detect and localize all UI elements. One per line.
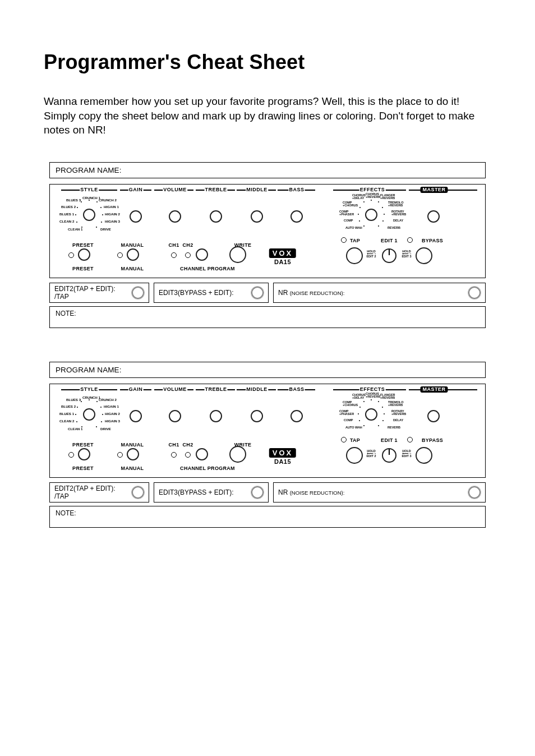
vox-logo: VOX DA15 [269,248,296,266]
nr-knob[interactable] [468,486,481,499]
nr-box[interactable]: NR (NOISE REDUCTION): [273,283,486,303]
gain-knob[interactable] [130,410,142,422]
style-blues1: BLUES 1 [59,213,74,216]
effects-knob[interactable] [365,209,377,221]
write-knob[interactable] [229,446,246,463]
bypass-label: BYPASS [422,437,443,443]
hold-edit3: HOLD ⟵→ EDIT 3 [398,250,415,258]
program-name-field[interactable]: PROGRAM NAME: [49,362,486,378]
style-drive: DRIVE [100,228,111,231]
page-title: Programmer's Cheat Sheet [44,50,491,74]
note-field[interactable]: NOTE: [49,306,486,328]
treble-knob[interactable] [210,210,222,223]
bass-knob[interactable] [290,410,303,422]
style-blues3: BLUES 3 [66,398,81,402]
tap-led [341,437,347,442]
section-treble: TREBLE [205,386,228,392]
edit3-box[interactable]: EDIT3(BYPASS + EDIT): [154,482,269,503]
edit2-label-a: EDIT2(TAP + EDIT): [54,285,116,293]
manual-button[interactable] [127,448,139,460]
style-blues3: BLUES 3 [66,199,81,202]
preset-button[interactable] [78,448,90,460]
style-crunch2: CRUNCH 2 [99,398,117,402]
eff-chorus-reverb: CHORUS+REVERB [366,193,380,199]
tap-led [341,237,347,243]
bypass-led [407,237,413,243]
style-knob[interactable] [83,408,95,421]
intro-text: Wanna remember how you set up your favor… [44,94,491,137]
tap-label: TAP [350,437,360,443]
section-master: MASTER [421,187,448,193]
preset-button[interactable] [78,248,90,261]
effects-knob[interactable] [365,408,377,421]
edit2-knob[interactable] [132,287,144,299]
style-blues1: BLUES 1 [59,412,74,416]
nr-label: NR [278,289,288,297]
nr-knob[interactable] [468,287,481,299]
middle-knob[interactable] [251,210,263,223]
style-crunch1: CRUNCH 1 [82,196,100,200]
bass-knob[interactable] [290,210,303,223]
eff-autowah: AUTO WAH [345,227,362,230]
edit2-box[interactable]: EDIT2(TAP + EDIT): /TAP [49,283,149,303]
eff-reverb: REVERB [388,227,400,230]
section-volume: VOLUME [163,386,187,392]
channel-selector-knob[interactable] [196,248,208,261]
volume-knob[interactable] [169,210,181,223]
edit2-knob[interactable] [132,486,144,499]
preset-top-label: PRESET [72,242,94,248]
manual-top-label: MANUAL [121,242,144,248]
manual-bottom-label: MANUAL [121,465,144,471]
model-text: DA15 [269,259,296,265]
preset-led [68,452,74,458]
write-knob[interactable] [229,246,246,263]
tap-button[interactable] [346,247,363,264]
style-clean2: CLEAN 2 [59,220,74,223]
nr-sub: (NOISE REDUCTION): [290,490,345,496]
edit2-box[interactable]: EDIT2(TAP + EDIT): /TAP [49,482,149,503]
tap-button[interactable] [346,447,363,464]
bypass-button[interactable] [416,247,432,264]
edit3-box[interactable]: EDIT3(BYPASS + EDIT): [154,283,269,303]
edit3-knob[interactable] [251,287,264,299]
channel-selector-knob[interactable] [196,448,208,460]
section-style: STYLE [80,386,99,392]
ch1-led [171,452,177,458]
eff-tremolo-reverb: TREMOLO+REVERB [388,401,404,407]
program-name-field[interactable]: PROGRAM NAME: [49,162,486,178]
edit3-knob[interactable] [251,486,264,499]
style-drive: DRIVE [100,427,111,431]
eff-chorus-delay: CHORUS+DELAY [352,394,366,400]
manual-button[interactable] [127,248,139,261]
edit1-label: EDIT 1 [381,437,398,443]
middle-knob[interactable] [251,410,263,422]
note-field[interactable]: NOTE: [49,506,486,528]
model-text: DA15 [269,458,296,465]
ch1-label: CH1 [169,442,179,448]
preset-led [68,252,74,258]
manual-top-label: MANUAL [121,442,144,448]
eff-reverb: REVERB [388,426,400,430]
eff-flanger-reverb: FLANGER+REVERB [380,194,395,200]
amp-panel: STYLE GAIN VOLUME TREBLE MIDDLE BASS EFF… [49,184,486,278]
master-knob[interactable] [427,210,440,223]
style-knob[interactable] [83,209,95,221]
style-higain3: HIGAIN 3 [105,220,120,223]
edit2-label-b: /TAP [54,293,69,301]
style-higain1: HIGAIN 1 [104,405,119,408]
edit3-label: EDIT3(BYPASS + EDIT): [159,488,233,496]
section-effects: EFFECTS [359,386,386,392]
vox-text: VOX [269,248,296,259]
ch2-label: CH2 [183,442,193,448]
bypass-button[interactable] [416,447,432,464]
vox-logo: VOX DA15 [269,448,296,465]
style-higain2: HIGAIN 2 [105,213,120,216]
gain-knob[interactable] [130,210,142,223]
style-clean2: CLEAN 2 [59,420,74,423]
master-knob[interactable] [427,410,440,422]
preset-bottom-label: PRESET [72,465,94,471]
treble-knob[interactable] [210,410,222,422]
section-master: MASTER [421,386,448,393]
nr-box[interactable]: NR (NOISE REDUCTION): [273,482,486,503]
volume-knob[interactable] [169,410,181,422]
